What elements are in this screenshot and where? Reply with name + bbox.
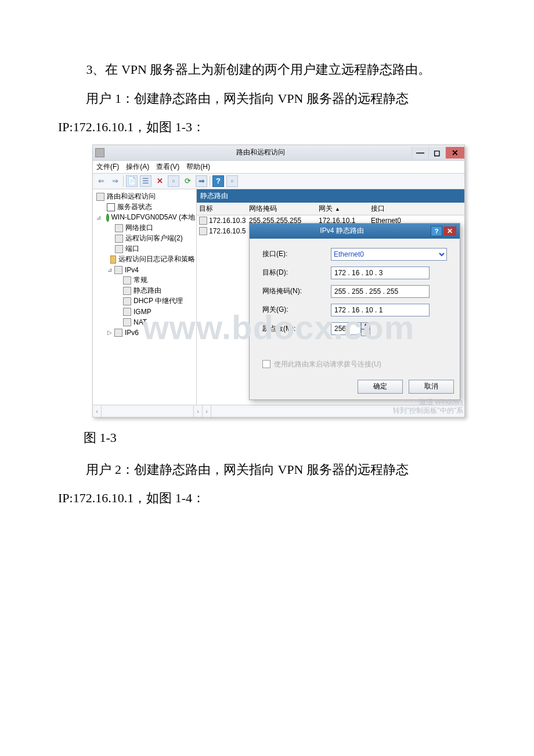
para-step3: 3、在 VPN 服务器上为新创建的两个用户建立远程静态路由。	[58, 58, 499, 81]
cancel-button[interactable]: 取消	[409, 380, 454, 394]
maximize-button[interactable]: ◻	[428, 147, 445, 159]
para-user2-a: 用户 2：创建静态路由，网关指向 VPN 服务器的远程静态	[58, 458, 499, 481]
tree-static-route[interactable]: 静态路由	[134, 286, 161, 296]
nat-icon	[123, 318, 131, 326]
content-pane: 静态路由 目标 网络掩码 网关▲ 接口 172.16.10.3 255.255.…	[197, 189, 464, 405]
para-user1-a: 用户 1：创建静态路由，网关指向 VPN 服务器的远程静态	[58, 87, 499, 110]
tree-general[interactable]: 常规	[134, 275, 147, 285]
server-icon	[106, 214, 109, 222]
label-gateway: 网关(G):	[262, 305, 331, 315]
tree-remote-log[interactable]: 远程访问日志记录和策略	[118, 254, 195, 264]
dhcp-relay-icon	[123, 297, 131, 305]
app-window: 路由和远程访问 — ◻ ✕ 文件(F) 操作(A) 查看(V) 帮助(H) ⇐ …	[92, 145, 465, 417]
dialog-title: IPv4 静态路由	[253, 226, 431, 236]
metric-down-button[interactable]: ▼	[361, 329, 370, 336]
igmp-icon	[123, 308, 131, 316]
static-route-dialog: IPv4 静态路由 ? ✕ 接口(E): Ethernet0 目标(D):	[249, 223, 460, 400]
label-mask: 网络掩码(N):	[262, 286, 331, 296]
statusbar: ‹ › ‹	[93, 405, 464, 417]
tree-server-status[interactable]: 服务器状态	[117, 202, 152, 212]
list-icon[interactable]: ▫	[226, 175, 238, 187]
tree-root[interactable]: 路由和远程访问	[107, 192, 156, 201]
route-icon	[199, 217, 207, 225]
status-left-arrow-2[interactable]: ‹	[203, 405, 211, 417]
col-iface[interactable]: 接口	[371, 204, 423, 214]
nav-tree: 路由和远程访问 服务器状态 ⊿WIN-LDFVGN0D5AV (本地 网络接口 …	[93, 189, 197, 405]
menu-view[interactable]: 查看(V)	[156, 162, 179, 172]
tree-net-if[interactable]: 网络接口	[125, 223, 153, 233]
status-right-arrow[interactable]: ›	[194, 405, 203, 417]
tree-igmp[interactable]: IGMP	[134, 308, 151, 316]
mask-input[interactable]	[331, 285, 430, 298]
figure-caption-1-3: 图 1-3	[58, 429, 499, 447]
server-status-icon	[107, 203, 115, 211]
dialog-titlebar: IPv4 静态路由 ? ✕	[250, 224, 460, 239]
label-dest: 目标(D):	[262, 268, 331, 278]
back-button[interactable]: ⇐	[95, 175, 107, 187]
tree-server-name[interactable]: WIN-LDFVGN0D5AV (本地	[111, 213, 195, 222]
delete-icon[interactable]: ✕	[154, 175, 165, 187]
list-header: 目标 网络掩码 网关▲ 接口	[197, 203, 464, 215]
close-button[interactable]: ✕	[445, 147, 464, 159]
interface-select[interactable]: Ethernet0	[331, 248, 447, 261]
dialog-close-button[interactable]: ✕	[443, 226, 456, 236]
dial-on-demand-label: 使用此路由来启动请求拨号连接(U)	[274, 359, 381, 369]
remote-log-icon	[110, 255, 116, 264]
root-icon	[96, 193, 104, 201]
metric-up-button[interactable]: ▲	[361, 322, 370, 329]
static-route-icon	[123, 287, 131, 295]
dest-input[interactable]	[331, 267, 430, 279]
toolbar: ⇐ ⇒ 📄 ☰ ✕ ▫ ⟳ ➡ ? ▫	[93, 174, 464, 189]
menu-action[interactable]: 操作(A)	[126, 162, 149, 172]
col-mask[interactable]: 网络掩码	[249, 204, 319, 214]
col-gateway[interactable]: 网关▲	[319, 204, 371, 214]
app-icon	[95, 148, 104, 157]
route-icon	[199, 227, 207, 235]
forward-button[interactable]: ⇒	[109, 175, 121, 187]
ipv6-icon	[114, 329, 122, 337]
status-left-arrow[interactable]: ‹	[93, 405, 102, 417]
menubar: 文件(F) 操作(A) 查看(V) 帮助(H)	[93, 161, 464, 174]
tree-ipv6[interactable]: IPv6	[125, 329, 139, 337]
dialog-help-button[interactable]: ?	[431, 226, 442, 236]
export-icon[interactable]: ➡	[196, 175, 207, 187]
node-icon[interactable]: ▫	[168, 175, 179, 187]
menu-file[interactable]: 文件(F)	[96, 162, 119, 172]
refresh-icon[interactable]: ⟳	[182, 175, 193, 187]
metric-input[interactable]	[331, 322, 361, 335]
general-icon	[123, 276, 131, 285]
label-interface: 接口(E):	[262, 249, 331, 259]
window-title: 路由和远程访问	[109, 147, 412, 157]
para-user1-b: IP:172.16.10.1，如图 1-3：	[58, 116, 499, 139]
tree-ports[interactable]: 端口	[125, 244, 139, 254]
tree-ipv4[interactable]: IPv4	[125, 266, 139, 274]
props-icon[interactable]: ☰	[140, 175, 151, 187]
ipv4-icon	[114, 266, 122, 274]
titlebar: 路由和远程访问 — ◻ ✕	[93, 145, 464, 161]
menu-help[interactable]: 帮助(H)	[186, 162, 210, 172]
col-dest[interactable]: 目标	[199, 204, 249, 214]
tree-remote-clients[interactable]: 远程访问客户端(2)	[125, 233, 183, 243]
tree-dhcp-relay[interactable]: DHCP 中继代理	[134, 296, 183, 306]
tree-nat[interactable]: NAT	[134, 318, 147, 326]
ports-icon	[115, 245, 123, 253]
remote-clients-icon	[115, 235, 123, 243]
para-user2-b: IP:172.16.10.1，如图 1-4：	[58, 487, 499, 510]
gateway-input[interactable]	[331, 304, 430, 316]
section-header: 静态路由	[197, 189, 464, 203]
new-icon[interactable]: 📄	[126, 175, 138, 187]
dial-on-demand-checkbox[interactable]	[262, 360, 270, 368]
minimize-button[interactable]: —	[412, 147, 428, 159]
sort-asc-icon: ▲	[335, 206, 340, 212]
ok-button[interactable]: 确定	[358, 380, 403, 394]
label-metric: 跃点数(M):	[262, 324, 331, 334]
help-icon[interactable]: ?	[212, 175, 224, 187]
netif-icon	[115, 224, 123, 232]
